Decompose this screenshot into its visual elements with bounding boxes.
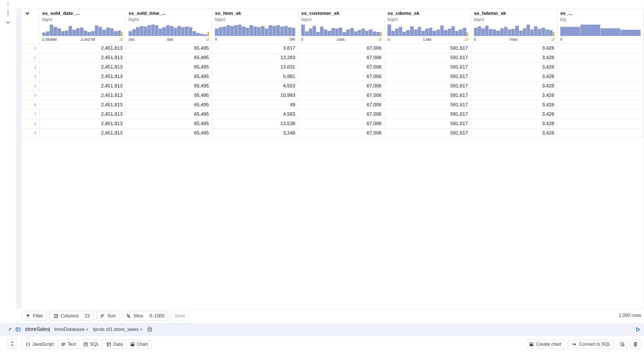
cell[interactable]: 67,006 — [298, 63, 385, 72]
cell[interactable]: 591,617 — [385, 63, 471, 72]
table-row[interactable]: 72,451,81365,4954,58367,006591,6173,428 — [22, 110, 644, 119]
cell[interactable]: 2,451,813 — [39, 81, 125, 91]
cell[interactable]: 3,428 — [471, 81, 557, 91]
cell[interactable]: 591,617 — [385, 110, 471, 119]
cell[interactable]: 67,006 — [298, 110, 385, 119]
cell[interactable]: 3,428 — [471, 129, 557, 138]
table-row[interactable]: 42,451,81365,4954,55367,006591,6173,428 — [22, 81, 644, 91]
cell[interactable]: 2,451,813 — [39, 53, 125, 63]
cell[interactable]: 67,006 — [298, 44, 385, 53]
collapse-arrows-icon[interactable] — [5, 1, 11, 8]
seg-javascript[interactable]: JavaScript — [22, 340, 57, 349]
cell[interactable]: 67,006 — [298, 53, 385, 63]
column-header[interactable]: ss_hdemo_sk bigint 0 7500 ∅ — [471, 9, 557, 44]
cell[interactable] — [557, 53, 643, 63]
cell[interactable]: 2,451,813 — [39, 72, 125, 81]
cell[interactable]: 65,495 — [126, 100, 212, 110]
cell[interactable]: 2,451,813 — [39, 110, 125, 119]
cell[interactable]: 3,428 — [471, 100, 557, 110]
cell[interactable]: 65,495 — [126, 119, 212, 129]
histogram[interactable] — [301, 25, 381, 36]
query-name[interactable]: storeSales — [25, 326, 50, 332]
cell[interactable]: 591,617 — [385, 100, 471, 110]
cell[interactable]: 2,451,813 — [39, 44, 125, 53]
cell[interactable]: 67,006 — [298, 91, 385, 100]
cell[interactable]: 13,538 — [212, 119, 298, 129]
cell[interactable]: 10,993 — [212, 91, 298, 100]
column-header[interactable]: ss_item_sk bigint 0 18k — [212, 9, 298, 44]
cell[interactable]: 13,283 — [212, 53, 298, 63]
cell[interactable] — [557, 81, 643, 91]
cell[interactable]: 67,006 — [298, 119, 385, 129]
column-header[interactable]: ss_sold_date_... bigint 2.4508M 2.4527M … — [39, 9, 125, 44]
cell[interactable] — [557, 44, 643, 53]
cell[interactable]: 3,428 — [471, 110, 557, 119]
pin-icon[interactable] — [7, 327, 13, 332]
cell[interactable]: 49 — [212, 100, 298, 110]
cell[interactable]: 3,428 — [471, 63, 557, 72]
histogram[interactable] — [560, 25, 641, 36]
cell[interactable]: 65,495 — [126, 129, 212, 138]
cell[interactable]: 65,495 — [126, 63, 212, 72]
expand-all-toggle[interactable] — [22, 9, 39, 44]
cell[interactable] — [557, 100, 643, 110]
seg-data[interactable]: Data — [103, 340, 127, 349]
expand-collapse-toggle[interactable] — [7, 339, 17, 349]
histogram[interactable] — [215, 25, 295, 36]
cell[interactable]: 591,617 — [385, 129, 471, 138]
histogram[interactable] — [474, 25, 554, 36]
cell-gutter[interactable] — [16, 9, 21, 309]
cell[interactable]: 3,428 — [471, 53, 557, 63]
table-path-dropdown[interactable]: tpcds.sf1.store_sales▼ — [93, 327, 143, 332]
database-icon[interactable] — [147, 327, 152, 332]
seg-sql[interactable]: SQL — [80, 340, 103, 349]
cell[interactable]: 591,617 — [385, 91, 471, 100]
cell[interactable]: 65,495 — [126, 110, 212, 119]
cell[interactable]: 2,451,813 — [39, 129, 125, 138]
table-row[interactable]: 62,451,81365,4954967,006591,6173,428 — [22, 100, 644, 110]
database-dropdown[interactable]: trinoDatabase▼ — [54, 327, 89, 332]
cell[interactable]: 3,428 — [471, 44, 557, 53]
table-row[interactable]: 92,451,81365,4953,24867,006591,6173,428 — [22, 129, 644, 138]
create-chart-button[interactable]: Create chart — [525, 340, 565, 349]
cell[interactable] — [557, 129, 643, 138]
cell[interactable] — [557, 63, 643, 72]
cell[interactable]: 591,617 — [385, 72, 471, 81]
cell[interactable]: 67,006 — [298, 81, 385, 91]
cell[interactable]: 2,451,813 — [39, 63, 125, 72]
more-vertical-icon[interactable] — [5, 9, 11, 16]
cell[interactable] — [557, 110, 643, 119]
cell[interactable]: 2,451,813 — [39, 100, 125, 110]
cell[interactable]: 13,631 — [212, 63, 298, 72]
cell[interactable]: 67,006 — [298, 129, 385, 138]
histogram[interactable] — [42, 25, 123, 36]
cell[interactable]: 3,428 — [471, 119, 557, 129]
column-header[interactable]: ss_customer_sk bigint 0 100k ∅ — [298, 9, 385, 44]
cell[interactable] — [557, 91, 643, 100]
histogram[interactable] — [129, 25, 209, 36]
cell[interactable] — [557, 72, 643, 81]
table-row[interactable]: 82,451,81365,49513,53867,006591,6173,428 — [22, 119, 644, 129]
column-header[interactable]: ss_sold_time_... bigint 25k 80k ∅ — [126, 9, 212, 44]
cell[interactable]: 591,617 — [385, 119, 471, 129]
cell[interactable]: 65,495 — [126, 91, 212, 100]
cell[interactable]: 3,428 — [471, 91, 557, 100]
table-row[interactable]: 02,451,81365,4953,61767,006591,6173,428 — [22, 44, 644, 53]
cell[interactable]: 65,495 — [126, 53, 212, 63]
cell[interactable]: 591,617 — [385, 44, 471, 53]
seg-text[interactable]: Text — [57, 340, 80, 349]
run-button[interactable] — [635, 327, 641, 332]
table-row[interactable]: 32,451,81365,4955,98167,006591,6173,428 — [22, 72, 644, 81]
delete-button[interactable] — [630, 340, 641, 349]
columns-button[interactable]: Columns 23 — [50, 311, 93, 321]
seg-chart[interactable]: Chart — [127, 340, 151, 349]
cell[interactable]: 591,617 — [385, 81, 471, 91]
cell[interactable]: 67,006 — [298, 72, 385, 81]
table-row[interactable]: 12,451,81365,49513,28367,006591,6173,428 — [22, 53, 644, 63]
slice-button[interactable]: Slice 0–1000 — [122, 311, 168, 321]
cell[interactable]: 65,495 — [126, 81, 212, 91]
cell[interactable]: 4,583 — [212, 110, 298, 119]
table-row[interactable]: 52,451,81365,49510,99367,006591,6173,428 — [22, 91, 644, 100]
cell[interactable]: 5,981 — [212, 72, 298, 81]
cell[interactable] — [557, 119, 643, 129]
